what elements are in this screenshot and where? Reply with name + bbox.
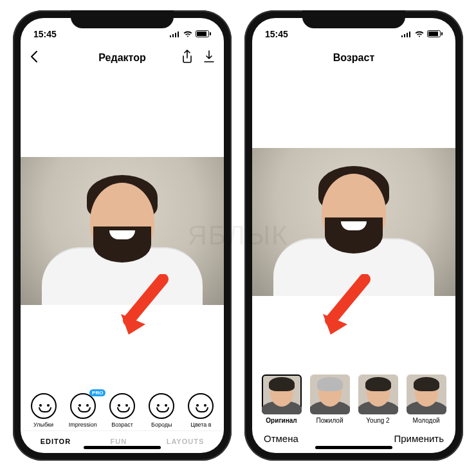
status-right bbox=[170, 29, 211, 39]
thumb-label: Young 2 bbox=[366, 417, 389, 424]
svg-rect-1 bbox=[172, 34, 174, 37]
photo-area bbox=[21, 72, 224, 389]
phone-left: 15:45 Редактор bbox=[13, 10, 232, 461]
thumb-image bbox=[310, 374, 350, 414]
face-smile-icon bbox=[31, 393, 57, 419]
svg-rect-3 bbox=[178, 32, 179, 37]
apply-button[interactable]: Применить bbox=[394, 433, 444, 444]
svg-rect-5 bbox=[197, 32, 206, 36]
svg-rect-12 bbox=[428, 32, 438, 36]
face-age-icon bbox=[109, 393, 135, 419]
battery-icon bbox=[427, 29, 443, 39]
filter-label: Возраст bbox=[111, 421, 133, 428]
nav-bar: Редактор bbox=[21, 44, 224, 72]
filter-impression[interactable]: PRO Impression bbox=[64, 393, 102, 428]
tab-editor[interactable]: EDITOR bbox=[41, 438, 71, 445]
filter-colors[interactable]: Цвета в bbox=[182, 393, 220, 428]
screen-right: 15:45 Возраст bbox=[252, 18, 455, 453]
face-beard-icon bbox=[149, 393, 174, 419]
cancel-button[interactable]: Отмена bbox=[264, 433, 298, 444]
notch bbox=[302, 10, 405, 28]
face-impression-icon bbox=[70, 393, 96, 419]
filter-label: Impression bbox=[69, 421, 97, 428]
thumb-young[interactable]: Молодой bbox=[405, 374, 448, 424]
status-right bbox=[401, 29, 443, 39]
status-time: 15:45 bbox=[33, 29, 57, 39]
thumb-old[interactable]: Пожилой bbox=[308, 374, 352, 424]
tab-fun[interactable]: FUN bbox=[111, 438, 127, 445]
filter-smiles[interactable]: Улыбки bbox=[24, 393, 62, 428]
filter-age[interactable]: Возраст bbox=[103, 393, 141, 428]
filter-label: Улыбки bbox=[33, 421, 53, 428]
annotation-arrow bbox=[114, 274, 172, 338]
svg-rect-7 bbox=[401, 35, 403, 37]
svg-rect-10 bbox=[409, 32, 410, 37]
screen-left: 15:45 Редактор bbox=[21, 18, 224, 453]
svg-rect-13 bbox=[441, 32, 443, 35]
filter-label: Бороды bbox=[151, 421, 172, 428]
annotation-arrow bbox=[316, 274, 374, 338]
age-filter-thumbnails[interactable]: Оригинал Пожилой Young 2 Молодой bbox=[252, 372, 455, 425]
page-title: Возраст bbox=[333, 52, 374, 64]
battery-icon bbox=[196, 29, 211, 39]
segment-tabs: EDITOR FUN LAYOUTS bbox=[21, 430, 224, 453]
thumb-image bbox=[358, 374, 398, 414]
svg-rect-9 bbox=[407, 33, 408, 37]
filter-label: Цвета в bbox=[190, 421, 211, 428]
filter-row[interactable]: Улыбки PRO Impression Возраст Бороды Цве… bbox=[21, 389, 224, 430]
thumb-label: Молодой bbox=[412, 417, 439, 424]
svg-rect-8 bbox=[404, 34, 405, 37]
thumb-image bbox=[262, 374, 302, 414]
home-indicator[interactable] bbox=[84, 446, 161, 449]
tab-layouts[interactable]: LAYOUTS bbox=[167, 438, 205, 445]
share-button[interactable] bbox=[181, 50, 193, 66]
download-button[interactable] bbox=[203, 50, 215, 66]
notch bbox=[71, 10, 174, 28]
wifi-icon bbox=[414, 29, 425, 39]
thumb-label: Оригинал bbox=[266, 417, 297, 424]
svg-rect-6 bbox=[210, 32, 211, 35]
wifi-icon bbox=[183, 29, 193, 39]
filter-beards[interactable]: Бороды bbox=[143, 393, 181, 428]
thumb-image bbox=[407, 374, 446, 414]
status-time: 15:45 bbox=[265, 29, 288, 39]
thumb-label: Пожилой bbox=[316, 417, 343, 424]
page-title: Редактор bbox=[98, 52, 145, 64]
svg-rect-0 bbox=[170, 35, 171, 37]
phone-right: 15:45 Возраст bbox=[244, 10, 463, 461]
nav-bar: Возраст bbox=[252, 44, 455, 72]
face-colors-icon bbox=[188, 393, 214, 419]
svg-rect-2 bbox=[175, 33, 176, 37]
back-button[interactable] bbox=[30, 50, 39, 66]
home-indicator[interactable] bbox=[315, 446, 392, 449]
signal-icon bbox=[170, 29, 180, 39]
signal-icon bbox=[401, 29, 412, 39]
thumb-young2[interactable]: Young 2 bbox=[356, 374, 400, 424]
thumb-original[interactable]: Оригинал bbox=[260, 374, 304, 424]
